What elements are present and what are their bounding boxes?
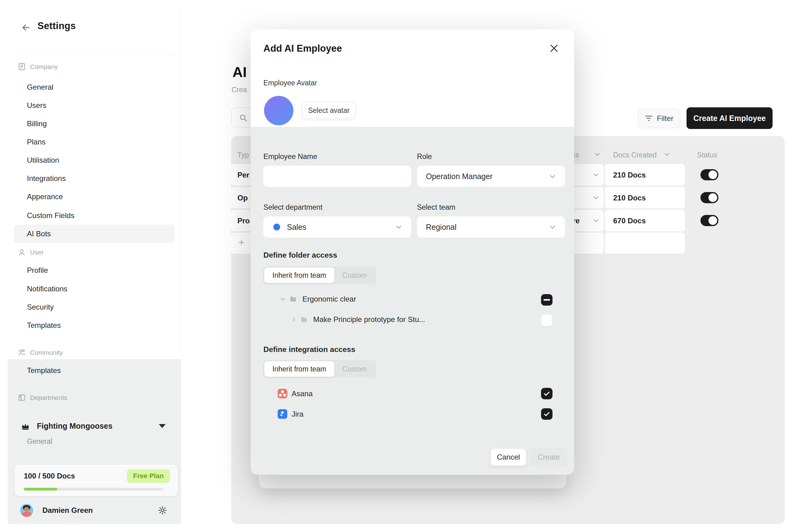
sort-chevron-icon[interactable] (663, 150, 671, 158)
cell-docs-created: 670 Docs (613, 216, 646, 225)
folder-icon (300, 316, 308, 323)
folder-access-heading: Define folder access (263, 251, 337, 260)
chevron-down-icon[interactable] (592, 171, 600, 179)
sidebar-item-ai-bots[interactable]: AI Bots (14, 225, 175, 243)
chevron-down-icon[interactable] (592, 216, 600, 225)
employee-avatar-label: Employee Avatar (263, 79, 317, 87)
page-subtitle: Crea (232, 86, 247, 94)
back-arrow-icon[interactable] (21, 22, 31, 33)
folder-checkbox-indeterminate[interactable] (541, 294, 553, 306)
tab-custom[interactable]: Custom (334, 268, 375, 283)
section-label-community: Community (18, 348, 63, 357)
folder-tree-item[interactable]: Ergonomic clear (279, 295, 356, 303)
sidebar-item-templates-user[interactable]: Templates (14, 316, 175, 334)
search-icon (239, 113, 248, 122)
integration-item-asana: Asana (278, 389, 313, 398)
chevron-down-icon (548, 172, 557, 180)
add-row-plus-icon[interactable]: + (239, 237, 244, 248)
chevron-down-icon[interactable] (592, 194, 600, 202)
employee-name-input[interactable] (263, 166, 411, 187)
modal-title: Add AI Employee (263, 43, 342, 54)
department-sub-item[interactable]: General (27, 437, 52, 446)
department-select[interactable]: Sales (263, 216, 411, 238)
current-user-row: Damien Green (14, 502, 175, 519)
integration-access-heading: Define integration access (263, 345, 355, 354)
sidebar-divider (14, 54, 175, 55)
chevron-down-icon (394, 223, 403, 231)
gear-icon[interactable] (158, 506, 167, 515)
department-label: Select department (263, 203, 322, 212)
caret-down-icon[interactable] (279, 296, 286, 303)
column-header-docs-created: Docs Created (613, 151, 657, 159)
integration-access-tabs: Inherit from team Custom (263, 360, 376, 378)
sidebar-item-billing[interactable]: Billing (14, 114, 175, 133)
cell-docs-created: 210 Docs (613, 171, 646, 179)
add-ai-employee-modal: Add AI Employee Employee Avatar Select a… (251, 30, 574, 475)
cell-type: Pro (237, 216, 250, 225)
app-window: Settings Company General Users Billing P… (0, 0, 793, 532)
role-select[interactable]: Operation Manager (417, 166, 565, 187)
status-toggle[interactable] (700, 169, 718, 180)
usage-card: 100 / 500 Docs Free Plan (15, 465, 177, 496)
sidebar-item-general[interactable]: General (14, 78, 175, 96)
employee-name-label: Employee Name (263, 152, 317, 161)
sidebar-item-custom-fields[interactable]: Custom Fields (14, 206, 175, 225)
select-avatar-button[interactable]: Select avatar (302, 102, 356, 119)
departments-icon (18, 394, 26, 402)
create-button-disabled[interactable]: Create (530, 448, 567, 466)
sidebar-item-plans[interactable]: Plans (14, 133, 175, 151)
folder-tree-item[interactable]: Make Principle prototype for Stu... (290, 315, 425, 324)
role-label: Role (417, 152, 432, 161)
sidebar-title: Settings (37, 20, 76, 32)
sidebar-header: Settings (8, 18, 181, 37)
integration-checkbox-checked[interactable] (541, 408, 553, 420)
settings-sidebar: Settings Company General Users Billing P… (8, 9, 181, 524)
column-header-type: Typ (237, 151, 249, 159)
sort-chevron-icon[interactable] (593, 150, 602, 158)
folder-icon (289, 296, 297, 303)
folder-checkbox-unchecked[interactable] (541, 315, 553, 326)
community-icon (18, 348, 26, 357)
employee-avatar-preview (264, 96, 293, 125)
tab-inherit-from-team[interactable]: Inherit from team (264, 268, 334, 283)
usage-progress-track (24, 488, 164, 491)
section-label-departments: Departments (18, 394, 67, 402)
docs-usage-count: 100 / 500 Docs (24, 472, 75, 480)
plan-badge: Free Plan (127, 469, 170, 483)
department-switcher[interactable]: Fighting Mongooses (14, 417, 175, 435)
section-label-user: User (18, 248, 44, 256)
team-select[interactable]: Regional (417, 216, 565, 238)
integration-checkbox-checked[interactable] (541, 388, 553, 399)
sidebar-item-security[interactable]: Security (14, 298, 175, 316)
tab-custom[interactable]: Custom (334, 361, 375, 377)
status-toggle[interactable] (700, 215, 718, 226)
sidebar-item-profile[interactable]: Profile (14, 261, 175, 279)
sidebar-item-notifications[interactable]: Notifications (14, 280, 175, 298)
status-toggle[interactable] (700, 192, 718, 203)
asana-icon (278, 389, 287, 398)
integration-item-jira: Jira (278, 409, 303, 419)
section-label-company: Company (18, 62, 58, 71)
chevron-down-icon (159, 424, 166, 428)
tab-inherit-from-team[interactable]: Inherit from team (264, 361, 334, 377)
crown-icon (21, 421, 30, 431)
filter-button[interactable]: Filter (638, 109, 680, 128)
cancel-button[interactable]: Cancel (490, 448, 527, 466)
usage-progress-fill (24, 488, 57, 491)
company-icon (18, 62, 26, 71)
sidebar-item-apperance[interactable]: Apperance (14, 187, 175, 206)
chevron-down-icon (548, 223, 557, 231)
sidebar-item-users[interactable]: Users (14, 96, 175, 114)
caret-right-icon[interactable] (290, 316, 297, 323)
department-color-dot (273, 224, 280, 230)
create-ai-employee-button[interactable]: Create AI Employee (686, 107, 773, 129)
cell-docs-created: 210 Docs (613, 194, 646, 202)
folder-access-tabs: Inherit from team Custom (263, 266, 376, 284)
close-icon[interactable] (549, 43, 559, 54)
page-title: AI (233, 64, 247, 80)
jira-icon (278, 409, 287, 419)
sidebar-item-integrations[interactable]: Integrations (14, 169, 175, 187)
sidebar-item-utilisation[interactable]: Utilisation (14, 151, 175, 169)
sidebar-item-templates-community[interactable]: Templates (14, 361, 175, 380)
user-icon (18, 248, 26, 256)
